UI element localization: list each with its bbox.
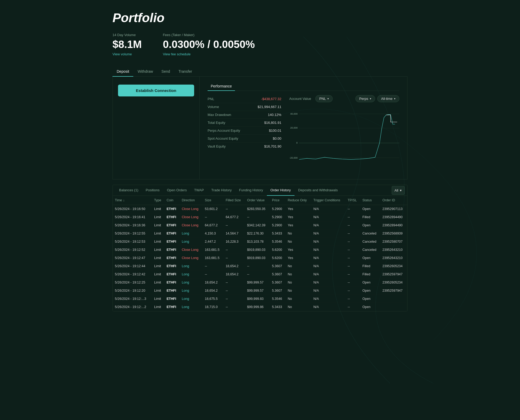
tab-withdraw[interactable]: Withdraw: [133, 67, 157, 77]
cell-direction: Long: [180, 295, 203, 303]
cell-time: 5/26/2024 - 19:12:53: [113, 238, 152, 246]
cell-size: 18,654.2: [203, 287, 224, 295]
content-area: Establish Connection Performance PNL -$4…: [112, 77, 408, 179]
cell-size: 53,601.2: [203, 205, 224, 213]
cell-reduce-only: Yes: [286, 221, 311, 229]
cell-direction: Long: [180, 229, 203, 238]
cell-order-value: $13,103.78: [245, 238, 270, 246]
view-volume-link[interactable]: View volume: [112, 52, 132, 56]
fees-stat: Fees (Taker / Maker) 0.0300% / 0.0050% V…: [163, 33, 255, 56]
table-row: 5/26/2024 - 19:12:42 Limit ETHFI Long --…: [113, 270, 407, 279]
cell-direction: Long: [180, 270, 203, 279]
cell-reduce-only: No: [286, 287, 311, 295]
table-row: 5/26/2024 - 19:12:25 Limit ETHFI Long 18…: [113, 279, 407, 287]
cell-coin: ETHFI: [165, 270, 180, 279]
cell-price: 5.3546: [270, 238, 286, 246]
cell-size: 2,447.2: [203, 238, 224, 246]
th-order-id: Order ID: [380, 196, 407, 205]
cell-trigger: N/A: [311, 246, 346, 254]
cell-status: Open: [360, 205, 380, 213]
cell-type: Limit: [152, 229, 165, 238]
pnl-toggle-button[interactable]: PNL ▾: [315, 95, 333, 102]
cell-filled-size: --: [224, 221, 245, 229]
th-price: Price: [270, 196, 286, 205]
cell-filled-size: 16,228.3: [224, 238, 245, 246]
cell-order-value: $283,550.35: [245, 205, 270, 213]
cell-status: Canceled: [360, 238, 380, 246]
cell-direction: Close Long: [180, 254, 203, 262]
tab-positions[interactable]: Positions: [142, 185, 163, 196]
th-trigger: Trigger Conditions: [311, 196, 346, 205]
tab-balances[interactable]: Balances (1): [115, 185, 142, 196]
cell-price: 5.3607: [270, 270, 286, 279]
cell-price: 5.3607: [270, 279, 286, 287]
perps-filter-button[interactable]: Perps ▾: [355, 95, 375, 102]
tab-open-orders[interactable]: Open Orders: [163, 185, 190, 196]
svg-text:40,000: 40,000: [290, 113, 298, 115]
cell-tpsl: --: [346, 246, 360, 254]
cell-price: 5.3546: [270, 295, 286, 303]
cell-trigger: N/A: [311, 270, 346, 279]
cell-tpsl: --: [346, 303, 360, 311]
alltime-filter-button[interactable]: All-time ▾: [377, 95, 399, 102]
cell-reduce-only: No: [286, 279, 311, 287]
perf-row-volume: Volume $21,994,667.11: [208, 103, 281, 111]
page-title: Portfolio: [112, 11, 408, 25]
table-row: 5/26/2024 - 19:12:...2 Limit ETHFI Long …: [113, 303, 407, 311]
establish-connection-button[interactable]: Establish Connection: [118, 85, 194, 96]
pnl-chevron-icon: ▾: [327, 97, 329, 100]
order-history-table-wrapper: Time ↓ Type Coin Direction Size Filled S…: [113, 196, 407, 311]
cell-direction: Close Long: [180, 213, 203, 221]
cell-order-value: $22,176.30: [245, 229, 270, 238]
cell-tpsl: --: [346, 238, 360, 246]
tab-performance[interactable]: Performance: [208, 82, 235, 91]
perf-value-equity: $16,801.91: [264, 121, 281, 125]
perf-label-spot-equity: Spot Account Equity: [208, 136, 238, 140]
top-tab-bar: Deposit Withdraw Send Transfer: [112, 67, 408, 77]
tab-transfer[interactable]: Transfer: [174, 67, 197, 77]
perf-value-volume: $21,994,667.11: [258, 105, 281, 109]
cell-time: 5/26/2024 - 19:12:...3: [113, 295, 152, 303]
cell-direction: Long: [180, 279, 203, 287]
left-panel: Establish Connection: [113, 77, 200, 179]
cell-reduce-only: Yes: [286, 254, 311, 262]
all-filter-chevron-icon: ▾: [400, 188, 402, 192]
chart-controls: Account Value PNL ▾ Perps ▾ All-time: [289, 95, 399, 102]
th-time[interactable]: Time ↓: [113, 196, 152, 205]
tab-send[interactable]: Send: [157, 67, 174, 77]
table-row: 5/26/2024 - 19:12:53 Limit ETHFI Long 2,…: [113, 238, 407, 246]
fees-label: Fees (Taker / Maker): [163, 33, 255, 37]
cell-coin: ETHFI: [165, 221, 180, 229]
tab-twap[interactable]: TWAP: [190, 185, 208, 196]
view-fee-schedule-link[interactable]: View fee schedule: [163, 52, 190, 56]
chart-area: Account Value PNL ▾ Perps ▾ All-time: [289, 95, 399, 174]
cell-reduce-only: No: [286, 303, 311, 311]
cell-time: 5/26/2024 - 19:16:36: [113, 221, 152, 229]
cell-status: Filled: [360, 262, 380, 270]
cell-type: Limit: [152, 303, 165, 311]
tab-order-history[interactable]: Order History: [267, 185, 295, 196]
cell-coin: ETHFI: [165, 279, 180, 287]
all-filter-button[interactable]: All ▾: [392, 186, 405, 195]
cell-filled-size: --: [224, 303, 245, 311]
perf-row-equity: Total Equity $16,801.91: [208, 119, 281, 127]
cell-time: 5/26/2024 - 19:12:42: [113, 270, 152, 279]
cell-filled-size: --: [224, 287, 245, 295]
perf-row-pnl: PNL -$438,677.32: [208, 95, 281, 103]
cell-coin: ETHFI: [165, 229, 180, 238]
tab-funding-history[interactable]: Funding History: [236, 185, 267, 196]
cell-coin: ETHFI: [165, 287, 180, 295]
cell-time: 5/26/2024 - 19:12:55: [113, 229, 152, 238]
tab-trade-history[interactable]: Trade History: [208, 185, 236, 196]
cell-status: Open: [360, 303, 380, 311]
cell-size: 163,681.5: [203, 254, 224, 262]
tab-deposits-withdrawals[interactable]: Deposits and Withdrawals: [295, 185, 341, 196]
table-row: 5/26/2024 - 19:12:...3 Limit ETHFI Long …: [113, 295, 407, 303]
performance-chart: 40,000 20,000 0 -20,000: [289, 105, 399, 174]
cell-time: 5/26/2024 - 19:12:25: [113, 279, 152, 287]
tab-deposit[interactable]: Deposit: [112, 67, 133, 77]
cell-reduce-only: No: [286, 262, 311, 270]
cell-order-id: 23952643210: [380, 246, 407, 254]
cell-coin: ETHFI: [165, 238, 180, 246]
performance-tab-bar: Performance: [208, 82, 399, 91]
